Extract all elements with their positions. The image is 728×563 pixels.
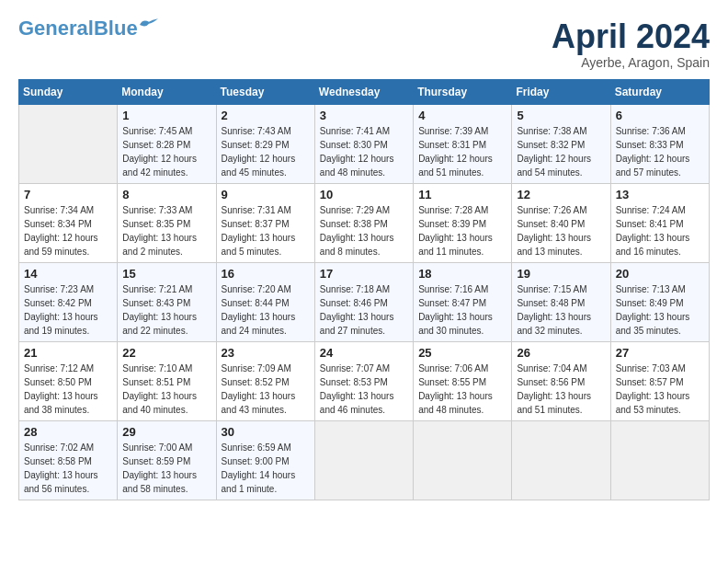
calendar-week-1: 1Sunrise: 7:45 AM Sunset: 8:28 PM Daylig… [19,104,710,183]
calendar-cell: 5Sunrise: 7:38 AM Sunset: 8:32 PM Daylig… [512,104,610,183]
logo: GeneralBlue [18,18,158,39]
day-number: 18 [418,267,506,281]
day-info: Sunrise: 7:16 AM Sunset: 8:47 PM Dayligh… [418,282,506,338]
day-number: 5 [517,109,605,122]
calendar-cell: 17Sunrise: 7:18 AM Sunset: 8:46 PM Dayli… [314,262,413,341]
day-number: 7 [24,188,112,201]
calendar-cell: 20Sunrise: 7:13 AM Sunset: 8:49 PM Dayli… [610,262,709,341]
day-number: 10 [320,188,408,201]
calendar-cell: 28Sunrise: 7:02 AM Sunset: 8:58 PM Dayli… [19,420,118,500]
day-number: 6 [616,109,704,122]
day-info: Sunrise: 7:33 AM Sunset: 8:35 PM Dayligh… [122,203,210,259]
day-info: Sunrise: 7:09 AM Sunset: 8:52 PM Dayligh… [222,362,310,417]
day-info: Sunrise: 6:59 AM Sunset: 9:00 PM Dayligh… [222,441,310,496]
calendar-cell: 29Sunrise: 7:00 AM Sunset: 8:59 PM Dayli… [118,420,216,500]
calendar-cell: 19Sunrise: 7:15 AM Sunset: 8:48 PM Dayli… [512,262,610,341]
calendar-cell: 25Sunrise: 7:06 AM Sunset: 8:55 PM Dayli… [414,341,512,420]
day-info: Sunrise: 7:41 AM Sunset: 8:30 PM Dayligh… [320,124,408,179]
calendar-cell: 27Sunrise: 7:03 AM Sunset: 8:57 PM Dayli… [610,341,709,420]
month-title: April 2024 [552,18,710,55]
day-number: 21 [24,346,112,360]
day-info: Sunrise: 7:38 AM Sunset: 8:32 PM Dayligh… [517,124,605,179]
day-info: Sunrise: 7:34 AM Sunset: 8:34 PM Dayligh… [24,203,112,259]
day-info: Sunrise: 7:36 AM Sunset: 8:33 PM Dayligh… [616,124,704,179]
calendar-cell [19,104,118,183]
day-info: Sunrise: 7:23 AM Sunset: 8:42 PM Dayligh… [24,282,112,338]
calendar-cell: 3Sunrise: 7:41 AM Sunset: 8:30 PM Daylig… [314,104,413,183]
header-day-wednesday: Wednesday [314,79,413,104]
day-number: 29 [122,425,210,439]
calendar-cell: 22Sunrise: 7:10 AM Sunset: 8:51 PM Dayli… [118,341,216,420]
day-number: 28 [24,425,112,439]
day-number: 8 [122,188,210,201]
day-number: 27 [616,346,704,360]
calendar-week-4: 21Sunrise: 7:12 AM Sunset: 8:50 PM Dayli… [19,341,710,420]
day-number: 11 [418,188,506,201]
day-info: Sunrise: 7:00 AM Sunset: 8:59 PM Dayligh… [122,441,210,496]
day-info: Sunrise: 7:21 AM Sunset: 8:43 PM Dayligh… [122,282,210,338]
calendar-week-3: 14Sunrise: 7:23 AM Sunset: 8:42 PM Dayli… [19,262,710,341]
day-info: Sunrise: 7:29 AM Sunset: 8:38 PM Dayligh… [320,203,408,259]
day-number: 23 [222,346,310,360]
day-info: Sunrise: 7:12 AM Sunset: 8:50 PM Dayligh… [24,362,112,417]
day-info: Sunrise: 7:45 AM Sunset: 8:28 PM Dayligh… [122,124,210,179]
header-day-sunday: Sunday [19,79,118,104]
day-info: Sunrise: 7:20 AM Sunset: 8:44 PM Dayligh… [222,282,310,338]
calendar-cell: 9Sunrise: 7:31 AM Sunset: 8:37 PM Daylig… [216,183,314,262]
day-number: 19 [517,267,605,281]
calendar-cell [512,420,610,500]
day-number: 9 [222,188,310,201]
day-info: Sunrise: 7:43 AM Sunset: 8:29 PM Dayligh… [222,124,310,179]
calendar-table: SundayMondayTuesdayWednesdayThursdayFrid… [18,79,710,500]
day-number: 15 [122,267,210,281]
day-number: 4 [418,109,506,122]
calendar-cell: 14Sunrise: 7:23 AM Sunset: 8:42 PM Dayli… [19,262,118,341]
calendar-week-5: 28Sunrise: 7:02 AM Sunset: 8:58 PM Dayli… [19,420,710,500]
calendar-cell: 21Sunrise: 7:12 AM Sunset: 8:50 PM Dayli… [19,341,118,420]
day-info: Sunrise: 7:18 AM Sunset: 8:46 PM Dayligh… [320,282,408,338]
calendar-cell [414,420,512,500]
calendar-cell: 7Sunrise: 7:34 AM Sunset: 8:34 PM Daylig… [19,183,118,262]
day-info: Sunrise: 7:24 AM Sunset: 8:41 PM Dayligh… [616,203,704,259]
title-area: April 2024 Ayerbe, Aragon, Spain [552,18,710,70]
day-number: 25 [418,346,506,360]
calendar-cell: 15Sunrise: 7:21 AM Sunset: 8:43 PM Dayli… [118,262,216,341]
day-number: 20 [616,267,704,281]
calendar-cell: 11Sunrise: 7:28 AM Sunset: 8:39 PM Dayli… [414,183,512,262]
day-number: 2 [222,109,310,122]
day-number: 30 [222,425,310,439]
logo-text: GeneralBlue [18,18,138,39]
day-number: 22 [122,346,210,360]
calendar-cell: 1Sunrise: 7:45 AM Sunset: 8:28 PM Daylig… [118,104,216,183]
day-number: 26 [517,346,605,360]
calendar-body: 1Sunrise: 7:45 AM Sunset: 8:28 PM Daylig… [19,104,710,500]
day-info: Sunrise: 7:39 AM Sunset: 8:31 PM Dayligh… [418,124,506,179]
header-day-thursday: Thursday [414,79,512,104]
calendar-cell: 26Sunrise: 7:04 AM Sunset: 8:56 PM Dayli… [512,341,610,420]
calendar-cell [610,420,709,500]
header-day-saturday: Saturday [610,79,709,104]
calendar-cell: 6Sunrise: 7:36 AM Sunset: 8:33 PM Daylig… [610,104,709,183]
calendar-cell: 13Sunrise: 7:24 AM Sunset: 8:41 PM Dayli… [610,183,709,262]
day-number: 1 [122,109,210,122]
location-subtitle: Ayerbe, Aragon, Spain [552,55,710,70]
logo-bird-icon [140,18,158,31]
calendar-cell: 24Sunrise: 7:07 AM Sunset: 8:53 PM Dayli… [314,341,413,420]
calendar-cell: 4Sunrise: 7:39 AM Sunset: 8:31 PM Daylig… [414,104,512,183]
day-number: 3 [320,109,408,122]
day-number: 12 [517,188,605,201]
header: GeneralBlue April 2024 Ayerbe, Aragon, S… [18,18,710,70]
calendar-cell: 30Sunrise: 6:59 AM Sunset: 9:00 PM Dayli… [216,420,314,500]
day-number: 17 [320,267,408,281]
day-number: 24 [320,346,408,360]
calendar-cell: 18Sunrise: 7:16 AM Sunset: 8:47 PM Dayli… [414,262,512,341]
day-info: Sunrise: 7:10 AM Sunset: 8:51 PM Dayligh… [122,362,210,417]
day-info: Sunrise: 7:02 AM Sunset: 8:58 PM Dayligh… [24,441,112,496]
day-info: Sunrise: 7:04 AM Sunset: 8:56 PM Dayligh… [517,362,605,417]
calendar-cell [314,420,413,500]
calendar-header-row: SundayMondayTuesdayWednesdayThursdayFrid… [19,79,710,104]
day-info: Sunrise: 7:13 AM Sunset: 8:49 PM Dayligh… [616,282,704,338]
calendar-cell: 23Sunrise: 7:09 AM Sunset: 8:52 PM Dayli… [216,341,314,420]
day-info: Sunrise: 7:31 AM Sunset: 8:37 PM Dayligh… [222,203,310,259]
day-info: Sunrise: 7:07 AM Sunset: 8:53 PM Dayligh… [320,362,408,417]
